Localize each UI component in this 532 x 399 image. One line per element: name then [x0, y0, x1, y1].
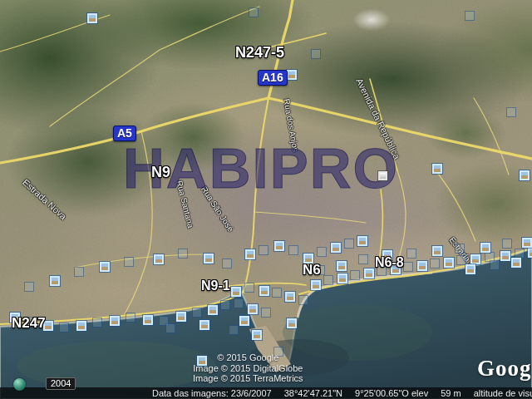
- status-bar: Data das imagens: 23/6/2007 38°42'47.21"…: [0, 387, 532, 399]
- photo-marker[interactable]: [522, 238, 532, 248]
- photo-marker[interactable]: [520, 170, 530, 180]
- photo-marker[interactable]: [432, 246, 442, 256]
- photo-marker[interactable]: [357, 236, 367, 246]
- copyright-google: © 2015 Google: [193, 352, 303, 363]
- photo-marker[interactable]: [511, 258, 521, 268]
- road-label: N9-1: [201, 278, 230, 293]
- photo-marker[interactable]: [262, 308, 270, 317]
- photo-marker[interactable]: [507, 108, 515, 116]
- road-shield-a16: A16: [258, 70, 288, 86]
- photo-marker[interactable]: [378, 171, 387, 180]
- photo-marker[interactable]: [245, 249, 255, 259]
- photo-marker[interactable]: [404, 263, 412, 271]
- map-overlays: HABIPRO Estrada NovaRua SantanaRua São J…: [0, 0, 532, 399]
- photo-marker[interactable]: [231, 287, 241, 297]
- google-logo: Google: [477, 356, 532, 382]
- copyright-digitalglobe: Image © 2015 DigitalGlobe: [193, 363, 303, 374]
- photo-marker[interactable]: [364, 268, 374, 278]
- photo-marker[interactable]: [337, 261, 347, 271]
- photo-marker[interactable]: [25, 283, 33, 291]
- photo-marker[interactable]: [324, 276, 332, 284]
- photo-marker[interactable]: [337, 273, 347, 283]
- photo-marker[interactable]: [444, 258, 454, 268]
- photo-marker[interactable]: [485, 253, 494, 261]
- photo-marker[interactable]: [287, 318, 297, 328]
- photo-marker[interactable]: [60, 323, 68, 332]
- road-label: N6-8: [375, 255, 404, 270]
- photo-marker[interactable]: [331, 243, 341, 253]
- photo-marker[interactable]: [234, 299, 243, 308]
- photo-marker[interactable]: [208, 305, 218, 315]
- road-shield-a5: A5: [113, 126, 136, 141]
- photo-marker[interactable]: [75, 268, 83, 276]
- photo-marker[interactable]: [407, 249, 416, 258]
- photo-marker[interactable]: [528, 248, 532, 258]
- copyright-terrametrics: Image © 2015 TerraMetrics: [193, 373, 303, 384]
- photo-marker[interactable]: [126, 313, 135, 322]
- photo-marker[interactable]: [431, 259, 439, 268]
- photo-marker[interactable]: [76, 321, 86, 331]
- photo-marker[interactable]: [249, 8, 258, 17]
- photo-marker[interactable]: [456, 244, 464, 253]
- photo-marker[interactable]: [359, 255, 367, 264]
- imagery-date: Data das imagens: 23/6/2007: [152, 387, 272, 399]
- road-label: N6: [303, 262, 321, 278]
- photo-marker[interactable]: [204, 254, 214, 264]
- photo-marker[interactable]: [490, 261, 499, 269]
- photo-marker[interactable]: [110, 316, 120, 326]
- photo-marker[interactable]: [312, 50, 320, 58]
- photo-marker[interactable]: [87, 13, 97, 23]
- photo-marker[interactable]: [179, 249, 187, 258]
- photo-marker[interactable]: [100, 262, 110, 272]
- photo-marker[interactable]: [466, 12, 474, 20]
- elevation-readout: 59 m: [441, 387, 461, 399]
- view-altitude-label: altitude de visualização: [474, 387, 532, 399]
- imagery-year-badge[interactable]: 2004: [46, 377, 76, 390]
- photo-marker[interactable]: [289, 246, 298, 254]
- photo-marker[interactable]: [252, 330, 262, 340]
- photo-marker[interactable]: [515, 249, 524, 258]
- photo-marker[interactable]: [239, 316, 249, 326]
- map-attribution: © 2015 Google Image © 2015 DigitalGlobe …: [193, 352, 303, 384]
- photo-marker[interactable]: [500, 251, 510, 261]
- photo-marker[interactable]: [229, 326, 238, 334]
- photo-marker[interactable]: [274, 241, 284, 251]
- photo-marker[interactable]: [154, 254, 164, 264]
- photo-marker[interactable]: [193, 308, 201, 317]
- photo-marker[interactable]: [318, 248, 326, 256]
- photo-marker[interactable]: [480, 243, 490, 253]
- photo-marker[interactable]: [311, 280, 321, 290]
- photo-marker[interactable]: [432, 164, 442, 174]
- photo-marker[interactable]: [503, 239, 511, 248]
- photo-marker[interactable]: [417, 261, 427, 271]
- photo-marker[interactable]: [176, 312, 186, 322]
- photo-marker[interactable]: [143, 315, 153, 325]
- photo-marker[interactable]: [125, 258, 133, 266]
- photo-marker[interactable]: [50, 276, 60, 286]
- photo-marker[interactable]: [248, 304, 258, 314]
- photo-marker[interactable]: [245, 283, 254, 292]
- photo-marker[interactable]: [457, 256, 466, 264]
- photo-marker[interactable]: [285, 292, 295, 302]
- photo-marker[interactable]: [273, 288, 281, 297]
- road-label: N247: [12, 315, 46, 332]
- street-label: Estrada Nova: [21, 177, 69, 222]
- photo-marker[interactable]: [287, 70, 297, 80]
- photo-marker[interactable]: [466, 264, 475, 274]
- latitude-readout: 38°42'47.21"N: [284, 387, 342, 399]
- photo-marker[interactable]: [351, 271, 359, 279]
- longitude-readout: 9°25'00.65"O elev: [355, 387, 428, 399]
- photo-marker[interactable]: [299, 296, 308, 304]
- photo-marker[interactable]: [200, 320, 209, 330]
- photo-marker[interactable]: [259, 286, 269, 296]
- photo-marker[interactable]: [223, 259, 231, 268]
- photo-marker[interactable]: [259, 246, 268, 254]
- photo-marker[interactable]: [93, 318, 101, 327]
- photo-marker[interactable]: [345, 239, 353, 248]
- photo-marker[interactable]: [470, 254, 480, 264]
- historical-imagery-clock-icon[interactable]: [13, 378, 26, 391]
- google-earth-map-view[interactable]: HABIPRO Estrada NovaRua SantanaRua São J…: [0, 0, 532, 399]
- photo-marker[interactable]: [166, 324, 175, 332]
- photo-marker[interactable]: [221, 301, 229, 309]
- road-label: N9: [151, 164, 170, 181]
